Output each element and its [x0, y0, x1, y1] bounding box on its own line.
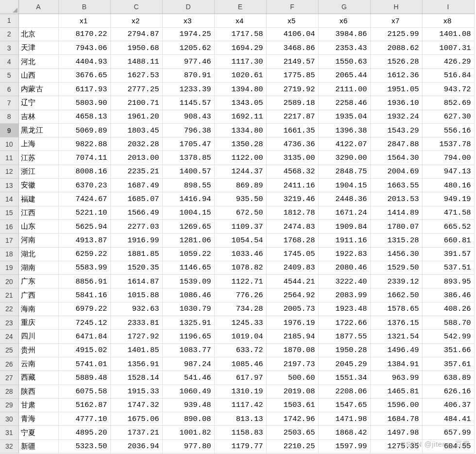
row-header-10[interactable]: 10 — [0, 137, 18, 151]
data-cell[interactable]: 391.57 — [422, 247, 474, 261]
data-cell[interactable]: 2083.99 — [318, 288, 370, 302]
data-cell[interactable]: 4404.93 — [58, 55, 110, 68]
data-cell[interactable]: 5323.50 — [58, 439, 110, 453]
data-cell[interactable]: 1245.33 — [214, 316, 266, 330]
data-cell[interactable]: 2277.03 — [110, 219, 162, 233]
row-header-31[interactable]: 31 — [0, 426, 18, 439]
data-cell[interactable]: 1547.65 — [318, 398, 370, 412]
data-cell[interactable]: 2088.62 — [370, 41, 422, 55]
data-cell[interactable]: 626.16 — [422, 385, 474, 398]
data-cell[interactable]: 1456.30 — [370, 247, 422, 261]
data-cell[interactable]: 1950.28 — [318, 343, 370, 357]
row-label-cell[interactable]: 陕西 — [18, 385, 58, 398]
data-cell[interactable]: 1281.06 — [162, 234, 214, 247]
data-cell[interactable]: 1503.61 — [266, 398, 318, 412]
data-cell[interactable]: 2100.71 — [110, 96, 162, 110]
row-label-cell[interactable]: 山西 — [18, 68, 58, 82]
data-cell[interactable]: 3984.86 — [318, 27, 370, 41]
col-header-H[interactable]: H — [370, 0, 422, 14]
col-header-E[interactable]: E — [214, 0, 266, 14]
data-cell[interactable]: 1244.37 — [214, 165, 266, 178]
data-cell[interactable]: 1321.54 — [370, 330, 422, 343]
row-label-cell[interactable]: 黑龙江 — [18, 123, 58, 137]
data-cell[interactable]: 541.46 — [162, 371, 214, 385]
data-cell[interactable]: 1737.21 — [110, 426, 162, 439]
data-cell[interactable]: 1528.14 — [110, 371, 162, 385]
data-cell[interactable]: 1780.07 — [370, 219, 422, 233]
row-label-cell[interactable]: 新疆 — [18, 439, 58, 453]
data-cell[interactable]: 617.97 — [214, 371, 266, 385]
data-cell[interactable]: 1775.85 — [266, 68, 318, 82]
data-cell[interactable]: 1717.58 — [214, 27, 266, 41]
data-cell[interactable]: 6471.84 — [58, 330, 110, 343]
data-cell[interactable]: 1551.34 — [318, 371, 370, 385]
data-cell[interactable]: 2589.18 — [266, 96, 318, 110]
data-cell[interactable]: 1675.06 — [110, 412, 162, 426]
data-cell[interactable]: 633.72 — [214, 343, 266, 357]
data-cell[interactable]: 1976.19 — [266, 316, 318, 330]
col-header-B[interactable]: B — [58, 0, 110, 14]
data-cell[interactable]: 2848.75 — [318, 165, 370, 178]
data-cell[interactable]: 2217.87 — [266, 110, 318, 123]
data-cell[interactable]: 4915.02 — [58, 343, 110, 357]
data-cell[interactable]: 1401.08 — [422, 27, 474, 41]
data-cell[interactable]: 1722.66 — [318, 316, 370, 330]
data-cell[interactable]: 6117.93 — [58, 82, 110, 96]
data-cell[interactable]: x4 — [214, 14, 266, 27]
data-cell[interactable]: 4913.87 — [58, 234, 110, 247]
data-cell[interactable]: 1109.37 — [214, 219, 266, 233]
data-cell[interactable]: 1803.45 — [110, 123, 162, 137]
data-cell[interactable]: 3290.00 — [318, 151, 370, 165]
row-label-cell[interactable]: 北京 — [18, 27, 58, 41]
row-header-4[interactable]: 4 — [0, 55, 18, 68]
row-header-18[interactable]: 18 — [0, 247, 18, 261]
data-cell[interactable]: 7424.67 — [58, 192, 110, 206]
data-cell[interactable]: 1727.92 — [110, 330, 162, 343]
row-label-cell[interactable]: 海南 — [18, 302, 58, 316]
data-cell[interactable]: 1158.83 — [214, 426, 266, 439]
row-label-cell[interactable]: 广西 — [18, 288, 58, 302]
data-cell[interactable]: 1001.82 — [162, 426, 214, 439]
data-cell[interactable]: 935.50 — [214, 192, 266, 206]
data-cell[interactable]: 1378.85 — [162, 151, 214, 165]
row-header-11[interactable]: 11 — [0, 151, 18, 165]
col-header-I[interactable]: I — [422, 0, 474, 14]
data-cell[interactable]: x3 — [162, 14, 214, 27]
data-cell[interactable]: 2235.21 — [110, 165, 162, 178]
data-cell[interactable]: 537.51 — [422, 261, 474, 274]
row-label-cell[interactable]: 贵州 — [18, 343, 58, 357]
data-cell[interactable]: 5069.89 — [58, 123, 110, 137]
data-cell[interactable]: 2777.25 — [110, 82, 162, 96]
row-label-cell[interactable]: 吉林 — [18, 110, 58, 123]
data-cell[interactable]: 1661.35 — [266, 123, 318, 137]
data-cell[interactable]: 2005.73 — [266, 302, 318, 316]
data-cell[interactable]: 852.69 — [422, 96, 474, 110]
data-cell[interactable]: 5889.48 — [58, 371, 110, 385]
data-cell[interactable]: 1384.91 — [370, 357, 422, 370]
row-header-3[interactable]: 3 — [0, 41, 18, 55]
data-cell[interactable]: 1400.57 — [162, 165, 214, 178]
data-cell[interactable]: 4544.21 — [266, 275, 318, 288]
row-header-23[interactable]: 23 — [0, 316, 18, 330]
data-cell[interactable]: 1396.38 — [318, 123, 370, 137]
row-header-13[interactable]: 13 — [0, 179, 18, 192]
data-cell[interactable]: 1911.16 — [318, 234, 370, 247]
data-cell[interactable]: x7 — [370, 14, 422, 27]
data-cell[interactable]: 734.28 — [214, 302, 266, 316]
data-cell[interactable]: 2210.25 — [266, 439, 318, 453]
data-cell[interactable]: 796.38 — [162, 123, 214, 137]
data-cell[interactable]: 1550.63 — [318, 55, 370, 68]
data-cell[interactable]: 3135.00 — [266, 151, 318, 165]
data-cell[interactable]: 977.46 — [162, 55, 214, 68]
data-cell[interactable]: 943.72 — [422, 82, 474, 96]
data-cell[interactable]: 776.26 — [214, 288, 266, 302]
row-header-14[interactable]: 14 — [0, 192, 18, 206]
data-cell[interactable]: 1526.28 — [370, 55, 422, 68]
row-label-cell[interactable]: 河北 — [18, 55, 58, 68]
col-header-A[interactable]: A — [18, 0, 58, 14]
select-all-corner[interactable] — [0, 0, 18, 14]
data-cell[interactable]: 1705.47 — [162, 137, 214, 151]
data-cell[interactable]: 1614.87 — [110, 275, 162, 288]
data-cell[interactable]: 1951.05 — [370, 82, 422, 96]
data-cell[interactable]: 977.80 — [162, 439, 214, 453]
